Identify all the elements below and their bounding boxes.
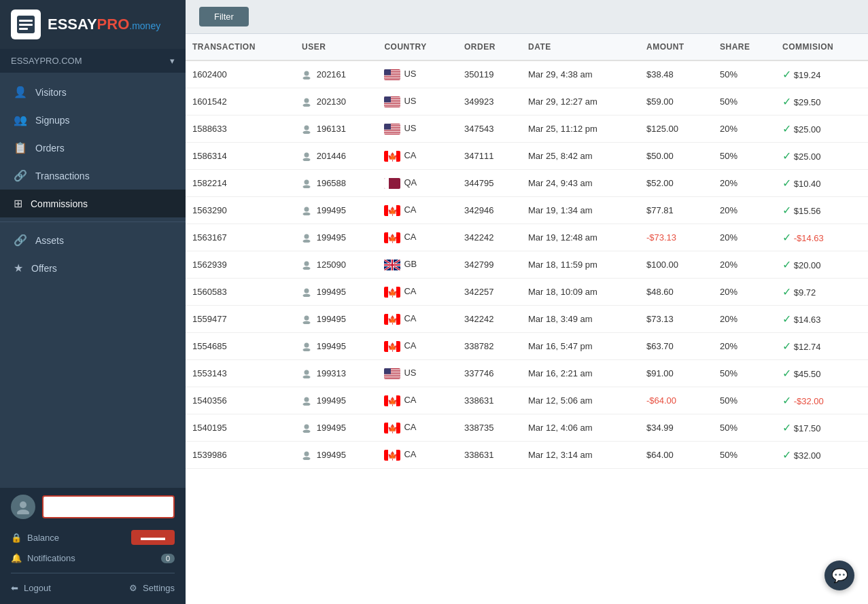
svg-text:🍁: 🍁 xyxy=(387,450,398,461)
svg-rect-12 xyxy=(384,75,400,75)
col-share: SHARE xyxy=(713,34,776,60)
svg-text:🍁: 🍁 xyxy=(387,233,398,243)
logo-money: .money xyxy=(129,20,160,31)
cell-order: 347543 xyxy=(457,116,521,143)
svg-rect-94 xyxy=(384,376,400,376)
table-row: 1540356 199495 🍁 CA 338631 Mar 12, 5:06 … xyxy=(186,387,868,414)
check-icon: ✓ xyxy=(782,340,791,352)
cell-commission: ✓ $29.50 xyxy=(776,88,868,116)
cell-date: Mar 12, 5:06 am xyxy=(521,387,640,414)
sidebar-item-transactions[interactable]: 🔗 Transactions xyxy=(0,162,186,190)
domain-selector[interactable]: ESSAYPRO.COM ▾ xyxy=(0,49,186,73)
cell-user: 199495 xyxy=(295,306,377,333)
col-date: DATE xyxy=(521,34,640,60)
col-commission: COMMISION xyxy=(776,34,868,60)
cell-transaction: 1562939 xyxy=(186,251,295,279)
cell-amount: $34.99 xyxy=(640,414,713,442)
svg-point-75 xyxy=(305,316,309,321)
col-amount: AMOUNT xyxy=(640,34,713,60)
table-row: 1539986 199495 🍁 CA 338631 Mar 12, 3:14 … xyxy=(186,442,868,469)
cell-commission: ✓ $32.00 xyxy=(776,442,868,469)
svg-rect-25 xyxy=(384,96,391,103)
sidebar-item-offers-label: Offers xyxy=(31,263,57,274)
user-icon xyxy=(302,178,317,188)
sidebar-item-commissions[interactable]: ⊞ Commissions xyxy=(0,190,186,217)
cell-user: 199495 xyxy=(295,387,377,414)
cell-transaction: 1582214 xyxy=(186,170,295,197)
cell-amount: $59.00 xyxy=(640,88,713,116)
svg-point-103 xyxy=(305,425,309,429)
domain-label: ESSAYPRO.COM xyxy=(11,56,82,66)
cell-amount: -$64.00 xyxy=(640,387,713,414)
cell-user: 199495 xyxy=(295,442,377,469)
sidebar-item-assets[interactable]: 🔗 Assets xyxy=(0,226,186,254)
svg-text:🍁: 🍁 xyxy=(387,423,398,433)
sidebar-item-orders[interactable]: 📋 Orders xyxy=(0,134,186,162)
svg-text:🍁: 🍁 xyxy=(387,342,398,352)
cell-amount: $63.70 xyxy=(640,333,713,360)
sidebar-item-offers[interactable]: ★ Offers xyxy=(0,254,186,282)
cell-transaction: 1563290 xyxy=(186,197,295,224)
chat-widget[interactable]: 💬 xyxy=(824,561,854,590)
svg-rect-1 xyxy=(19,20,33,22)
user-icon xyxy=(302,232,317,243)
svg-point-88 xyxy=(303,376,311,379)
cell-amount: $77.81 xyxy=(640,197,713,224)
cell-share: 50% xyxy=(713,60,776,88)
cell-country: US xyxy=(377,360,457,387)
cell-user: 202130 xyxy=(295,88,377,116)
col-order: ORDER xyxy=(457,34,521,60)
cell-amount: $38.48 xyxy=(640,60,713,88)
cell-user: 125090 xyxy=(295,251,377,279)
cell-commission: ✓ $20.00 xyxy=(776,251,868,279)
cell-commission: ✓ $12.74 xyxy=(776,333,868,360)
svg-rect-45 xyxy=(384,178,389,189)
check-icon: ✓ xyxy=(782,368,791,379)
avatar xyxy=(11,495,35,519)
user-input[interactable] xyxy=(42,495,175,518)
svg-point-36 xyxy=(305,153,309,158)
svg-point-59 xyxy=(303,267,311,270)
check-icon: ✓ xyxy=(782,96,791,107)
svg-rect-68 xyxy=(384,264,400,266)
visitors-icon: 👤 xyxy=(14,86,27,99)
cell-date: Mar 19, 1:34 am xyxy=(521,197,640,224)
cell-amount: $100.00 xyxy=(640,251,713,279)
cell-transaction: 1559477 xyxy=(186,306,295,333)
sidebar-item-signups[interactable]: 👥 Signups xyxy=(0,106,186,134)
balance-button[interactable]: ▬▬▬ xyxy=(131,530,175,545)
cell-country: 🍁 CA xyxy=(377,442,457,469)
filter-button[interactable]: Filter xyxy=(199,7,249,26)
svg-point-26 xyxy=(305,126,309,130)
cell-amount: -$73.13 xyxy=(640,224,713,251)
notifications-row: 🔔 Notifications 0 xyxy=(11,549,175,567)
cell-transaction: 1601542 xyxy=(186,88,295,116)
settings-item[interactable]: ⚙ Settings xyxy=(129,583,175,593)
check-icon: ✓ xyxy=(782,259,791,270)
cell-date: Mar 18, 11:59 pm xyxy=(521,251,640,279)
svg-point-5 xyxy=(17,510,29,514)
cell-user: 196588 xyxy=(295,170,377,197)
user-icon xyxy=(302,450,317,460)
cell-order: 342242 xyxy=(457,306,521,333)
user-icon xyxy=(302,314,317,324)
cell-order: 338631 xyxy=(457,387,521,414)
check-icon: ✓ xyxy=(782,123,791,135)
cell-country: 🍁 CA xyxy=(377,224,457,251)
cell-share: 20% xyxy=(713,224,776,251)
sidebar-item-visitors[interactable]: 👤 Visitors xyxy=(0,78,186,106)
cell-order: 342799 xyxy=(457,251,521,279)
cell-date: Mar 29, 12:27 am xyxy=(521,88,640,116)
check-icon: ✓ xyxy=(782,395,791,406)
sidebar-nav: 👤 Visitors 👥 Signups 📋 Orders 🔗 Transact… xyxy=(0,73,186,488)
assets-icon: 🔗 xyxy=(14,234,27,247)
svg-text:🍁: 🍁 xyxy=(387,206,398,216)
svg-rect-2 xyxy=(19,24,33,26)
logout-item[interactable]: ⬅ Logout xyxy=(11,583,51,593)
settings-label: Settings xyxy=(143,583,175,593)
check-icon: ✓ xyxy=(782,422,791,433)
cell-country: US xyxy=(377,116,457,143)
sidebar-item-assets-label: Assets xyxy=(35,235,64,246)
check-icon: ✓ xyxy=(782,313,791,325)
settings-icon: ⚙ xyxy=(129,583,137,593)
